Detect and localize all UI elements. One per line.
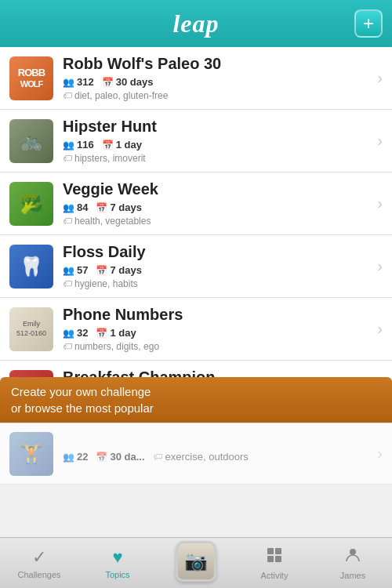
item-title: Hipster Hunt — [63, 118, 372, 136]
duration-group: 📅 1 day — [102, 139, 142, 151]
tab-label: Challenges — [17, 570, 60, 579]
item-meta: 👥 312 📅 30 days — [63, 76, 372, 88]
chevron-icon: › — [377, 445, 383, 463]
item-content: Phone Numbers 👥 32 📅 1 day 🏷 numbers, di… — [63, 306, 372, 352]
calendar-icon: 📅 — [102, 140, 114, 151]
tab-topics[interactable]: ♥ Topics — [78, 538, 157, 588]
item-title: Phone Numbers — [63, 306, 372, 324]
duration-group: 📅 7 days — [96, 264, 141, 276]
item-thumbnail: 🦷 — [9, 245, 53, 289]
svg-rect-1 — [275, 548, 281, 554]
item-content: Veggie Week 👥 84 📅 7 days 🏷 health, vege… — [63, 180, 372, 227]
tag-icon: 🏷 — [63, 216, 72, 227]
tag-icon: 🏷 — [63, 278, 72, 289]
duration-group: 📅 7 days — [96, 201, 141, 213]
checkmark-icon: ✓ — [32, 547, 46, 568]
person-icon — [344, 546, 361, 568]
item-meta: 👥 116 📅 1 day — [63, 139, 372, 151]
camera-icon: 📷 — [176, 541, 216, 582]
members-group: 👥 84 — [63, 201, 88, 213]
item-title: Floss Daily — [63, 243, 372, 261]
calendar-icon: 📅 — [96, 452, 107, 463]
grid-icon — [266, 546, 283, 568]
item-title: Veggie Week — [63, 180, 372, 198]
item-content: Floss Daily 👥 57 📅 7 days 🏷 hygiene, hab… — [63, 243, 372, 289]
chevron-icon: › — [377, 132, 383, 150]
item-tags: 🏷 hygiene, habits — [63, 278, 372, 289]
item-tags: 🏷 diet, paleo, gluten-free — [63, 90, 372, 101]
item-meta: 👥 57 📅 7 days — [63, 264, 372, 276]
members-group: 👥 22 — [63, 451, 88, 463]
members-icon: 👥 — [63, 328, 74, 339]
tab-label: Topics — [105, 570, 129, 579]
item-content: 👥 22 📅 30 da... 🏷 exercise, outdoors — [63, 445, 372, 463]
members-icon: 👥 — [63, 202, 74, 213]
chevron-icon: › — [377, 257, 383, 275]
item-title: Robb Wolf's Paleo 30 — [63, 55, 372, 73]
item-tags: 🏷 health, vegetables — [63, 216, 372, 227]
header: leap + — [0, 0, 392, 47]
item-thumbnail: 🚲 — [9, 119, 53, 163]
members-group: 👥 57 — [63, 264, 88, 276]
duration-group: 📅 1 day — [96, 327, 136, 339]
tab-james[interactable]: James — [314, 538, 392, 588]
tab-label: James — [340, 571, 365, 580]
members-group: 👥 116 — [63, 139, 94, 151]
list-item[interactable]: 🚲 Hipster Hunt 👥 116 📅 1 day 🏷 hipsters,… — [0, 110, 392, 172]
add-button[interactable]: + — [354, 9, 383, 38]
item-content: Robb Wolf's Paleo 30 👥 312 📅 30 days 🏷 d… — [63, 55, 372, 101]
svg-point-4 — [350, 549, 356, 555]
item-content: Hipster Hunt 👥 116 📅 1 day 🏷 hipsters, i… — [63, 118, 372, 164]
tab-bar: ✓ Challenges ♥ Topics 📷 Activity James — [0, 537, 392, 588]
item-thumbnail: ROBB WOLF — [9, 56, 53, 100]
duration-group: 📅 30 da... — [96, 451, 144, 463]
duration-group: 📅 30 days — [102, 76, 154, 88]
list-item[interactable]: 🥦 Veggie Week 👥 84 📅 7 days 🏷 health, ve… — [0, 172, 392, 235]
item-thumbnail: 🏋️ — [9, 432, 53, 476]
tab-activity[interactable]: Activity — [235, 538, 314, 588]
chevron-icon: › — [377, 194, 383, 212]
heart-icon: ♥ — [112, 547, 122, 568]
svg-rect-2 — [267, 556, 274, 562]
item-meta: 👥 84 📅 7 days — [63, 201, 372, 213]
tab-challenges[interactable]: ✓ Challenges — [0, 538, 78, 588]
tag-icon: 🏷 — [63, 90, 72, 101]
list-item[interactable]: 🦷 Floss Daily 👥 57 📅 7 days 🏷 hygiene, h… — [0, 235, 392, 298]
tags-partial: 🏷 exercise, outdoors — [153, 451, 249, 463]
calendar-icon: 📅 — [102, 77, 114, 88]
members-icon: 👥 — [63, 452, 74, 463]
tag-icon: 🏷 — [153, 451, 163, 463]
members-icon: 👥 — [63, 77, 74, 88]
list-item[interactable]: 🍳 Breakfast Champion 👥 24 📅 7 days 🏷 hea… — [0, 361, 392, 423]
tag-icon: 🏷 — [63, 153, 72, 164]
members-icon: 👥 — [63, 265, 74, 276]
tab-camera[interactable]: 📷 — [157, 538, 235, 588]
item-thumbnail: Emily512-0160 — [9, 307, 53, 351]
challenges-list: ROBB WOLF Robb Wolf's Paleo 30 👥 312 📅 3… — [0, 47, 392, 485]
members-group: 👥 312 — [63, 76, 94, 88]
item-tags: 🏷 numbers, digits, ego — [63, 341, 372, 352]
tag-icon: 🏷 — [63, 341, 72, 352]
calendar-icon: 📅 — [96, 202, 107, 213]
members-icon: 👥 — [63, 140, 74, 151]
chevron-icon: › — [377, 69, 383, 87]
tooltip: Create your own challenge or browse the … — [0, 377, 392, 423]
paleo-logo: ROBB WOLF — [18, 67, 45, 88]
item-thumbnail: 🥦 — [9, 182, 53, 226]
app-title: leap — [172, 9, 219, 38]
svg-rect-0 — [267, 548, 274, 554]
list-item[interactable]: ROBB WOLF Robb Wolf's Paleo 30 👥 312 📅 3… — [0, 47, 392, 110]
list-item[interactable]: 🏋️ 👥 22 📅 30 da... 🏷 exercise, outdoors … — [0, 423, 392, 485]
calendar-icon: 📅 — [96, 328, 107, 339]
svg-rect-3 — [275, 556, 281, 562]
chevron-icon: › — [377, 320, 383, 338]
list-item[interactable]: Emily512-0160 Phone Numbers 👥 32 📅 1 day… — [0, 298, 392, 361]
item-meta: 👥 22 📅 30 da... 🏷 exercise, outdoors — [63, 451, 372, 463]
calendar-icon: 📅 — [96, 265, 107, 276]
item-meta: 👥 32 📅 1 day — [63, 327, 372, 339]
members-group: 👥 32 — [63, 327, 88, 339]
tab-label: Activity — [261, 571, 289, 580]
item-tags: 🏷 hipsters, imoverit — [63, 153, 372, 164]
